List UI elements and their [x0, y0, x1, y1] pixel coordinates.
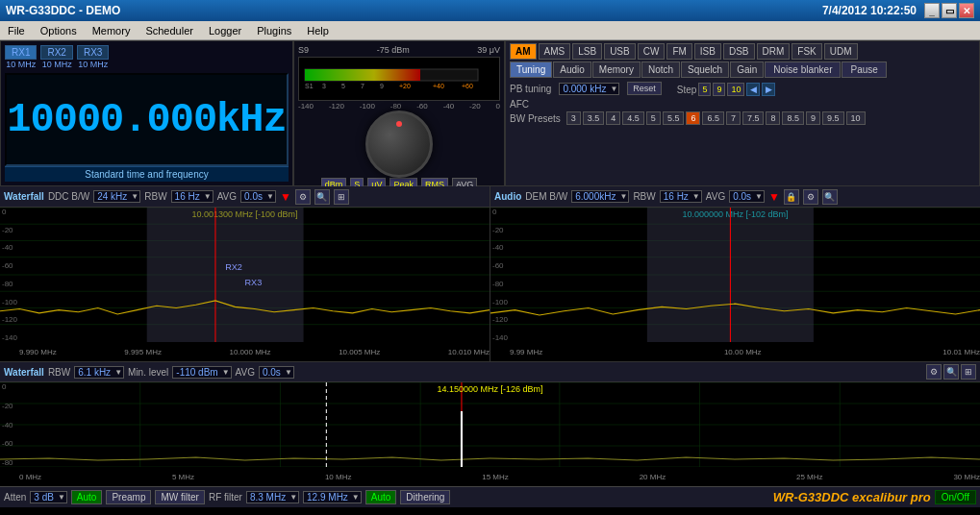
- mode-isb[interactable]: ISB: [694, 43, 721, 60]
- audio-spectrum-area[interactable]: 10.000000 MHz [-102 dBm] 0 -20 -40 -60 -…: [490, 208, 980, 361]
- rf-filter-value2[interactable]: 12.9 MHz: [304, 492, 351, 503]
- ddc-rbw-dropdown[interactable]: ▼: [203, 192, 213, 201]
- tuning-knob[interactable]: [365, 110, 433, 178]
- close-button[interactable]: ✕: [959, 3, 974, 18]
- rf-filter-dropdown[interactable]: ▼: [289, 493, 298, 502]
- menu-options[interactable]: Options: [37, 25, 81, 37]
- menu-plugins[interactable]: Plugins: [253, 25, 295, 37]
- preamp-button[interactable]: Preamp: [106, 490, 151, 504]
- rx1-tab[interactable]: RX1: [5, 45, 37, 60]
- audio-bw-value[interactable]: 6.000kHz: [572, 191, 618, 202]
- auto-button[interactable]: Auto: [71, 490, 103, 504]
- step-10[interactable]: 10: [727, 83, 744, 96]
- ddc-settings-icon[interactable]: ⚙: [295, 189, 311, 205]
- bottom-zoom-icon[interactable]: 🔍: [943, 364, 959, 380]
- mode-fm[interactable]: FM: [666, 43, 691, 60]
- step-right[interactable]: ▶: [762, 83, 775, 96]
- ddc-zoom-in[interactable]: ▼: [280, 190, 291, 204]
- bw-65[interactable]: 6.5: [702, 111, 724, 125]
- menu-logger[interactable]: Logger: [205, 25, 245, 37]
- bw-35[interactable]: 3.5: [583, 111, 605, 125]
- bw-85[interactable]: 8.5: [782, 111, 804, 125]
- auto-button2[interactable]: Auto: [365, 490, 397, 504]
- rf-filter2-dropdown[interactable]: ▼: [351, 493, 361, 502]
- bw-3[interactable]: 3: [566, 111, 581, 125]
- tab-noise-blanker[interactable]: Noise blanker: [765, 61, 841, 78]
- bw-6[interactable]: 6: [686, 111, 700, 125]
- bottom-expand-icon[interactable]: ⊞: [961, 364, 976, 380]
- menu-scheduler[interactable]: Scheduler: [141, 25, 197, 37]
- mode-lsb[interactable]: LSB: [572, 43, 602, 60]
- ddc-bw-dropdown[interactable]: ▼: [130, 192, 139, 201]
- tab-squelch[interactable]: Squelch: [681, 61, 729, 78]
- on-off-button[interactable]: On/Off: [935, 490, 976, 504]
- mode-am[interactable]: AM: [510, 43, 537, 60]
- menu-memory[interactable]: Memory: [88, 25, 135, 37]
- step-5[interactable]: 5: [698, 83, 711, 96]
- step-9[interactable]: 9: [713, 83, 725, 96]
- bw-10[interactable]: 10: [846, 111, 866, 125]
- audio-zoom-in[interactable]: ▼: [768, 190, 780, 204]
- tab-gain[interactable]: Gain: [730, 61, 764, 78]
- rx2-tab[interactable]: RX2: [40, 45, 72, 60]
- pb-tuning-dropdown[interactable]: ▼: [609, 85, 618, 93]
- ddc-bw-value[interactable]: 24 kHz: [94, 191, 130, 202]
- bw-5[interactable]: 5: [646, 111, 661, 125]
- tab-audio[interactable]: Audio: [553, 61, 591, 78]
- bottom-rbw-value[interactable]: 6.1 kHz: [75, 367, 113, 378]
- ddc-zoom-icon[interactable]: 🔍: [314, 189, 330, 205]
- audio-lock-icon[interactable]: 🔒: [784, 189, 799, 205]
- dithering-button[interactable]: Dithering: [400, 490, 450, 504]
- mode-usb[interactable]: USB: [604, 43, 636, 60]
- audio-rbw-dropdown[interactable]: ▼: [691, 192, 701, 201]
- audio-zoom-icon[interactable]: 🔍: [822, 189, 838, 205]
- main-frequency-display[interactable]: 10000.000kHz: [5, 73, 289, 166]
- mw-filter-button[interactable]: MW filter: [155, 490, 204, 504]
- audio-avg-dropdown[interactable]: ▼: [754, 192, 764, 201]
- bottom-min-value[interactable]: -110 dBm: [173, 367, 220, 378]
- audio-rbw-value[interactable]: 16 Hz: [661, 191, 691, 202]
- bottom-avg-dropdown[interactable]: ▼: [284, 368, 293, 377]
- bw-95[interactable]: 9.5: [822, 111, 844, 125]
- atten-dropdown[interactable]: ▼: [57, 493, 66, 502]
- bottom-spectrum-area[interactable]: 14.150000 MHz [-126 dBm] 0 -20 -40 -60 -…: [0, 382, 980, 486]
- tab-notch[interactable]: Notch: [641, 61, 680, 78]
- mode-fsk[interactable]: FSK: [792, 43, 821, 60]
- mode-cw[interactable]: CW: [638, 43, 666, 60]
- audio-avg-value[interactable]: 0.0s: [730, 191, 754, 202]
- bottom-rbw-dropdown[interactable]: ▼: [113, 368, 123, 377]
- atten-value[interactable]: 3 dB: [31, 492, 57, 503]
- mode-ams[interactable]: AMS: [539, 43, 571, 60]
- ddc-rbw-value[interactable]: 16 Hz: [172, 191, 203, 202]
- bw-45[interactable]: 4.5: [622, 111, 644, 125]
- bottom-min-dropdown[interactable]: ▼: [221, 368, 231, 377]
- bw-75[interactable]: 7.5: [742, 111, 765, 125]
- mode-udm[interactable]: UDM: [824, 43, 858, 60]
- rx3-tab[interactable]: RX3: [77, 45, 109, 60]
- bw-55[interactable]: 5.5: [663, 111, 685, 125]
- restore-button[interactable]: ▭: [942, 3, 957, 18]
- step-left[interactable]: ◀: [746, 83, 760, 96]
- audio-bw-dropdown[interactable]: ▼: [618, 192, 628, 201]
- minimize-button[interactable]: _: [924, 3, 940, 18]
- audio-settings-icon[interactable]: ⚙: [803, 189, 818, 205]
- reset-button[interactable]: Reset: [627, 82, 662, 95]
- ddc-expand-icon[interactable]: ⊞: [334, 189, 349, 205]
- bw-7[interactable]: 7: [726, 111, 741, 125]
- menu-file[interactable]: File: [4, 25, 29, 37]
- mode-drm[interactable]: DRM: [757, 43, 791, 60]
- bw-4[interactable]: 4: [606, 111, 620, 125]
- bw-8[interactable]: 8: [766, 111, 780, 125]
- bottom-settings-icon[interactable]: ⚙: [926, 364, 942, 380]
- ddc-avg-dropdown[interactable]: ▼: [265, 192, 275, 201]
- bottom-avg-value[interactable]: 0.0s: [260, 367, 284, 378]
- ddc-spectrum-area[interactable]: 10.001300 MHz [-100 dBm] 0 -20 -40 -60 -…: [0, 208, 490, 361]
- bw-9[interactable]: 9: [806, 111, 820, 125]
- tab-memory[interactable]: Memory: [592, 61, 641, 78]
- ddc-avg-value[interactable]: 0.0s: [241, 191, 265, 202]
- menu-help[interactable]: Help: [303, 25, 333, 37]
- tab-pause[interactable]: Pause: [842, 61, 886, 78]
- mode-dsb[interactable]: DSB: [723, 43, 755, 60]
- pb-tuning-value[interactable]: 0.000 kHz: [560, 84, 609, 94]
- rf-filter-value[interactable]: 8.3 MHz: [247, 492, 289, 503]
